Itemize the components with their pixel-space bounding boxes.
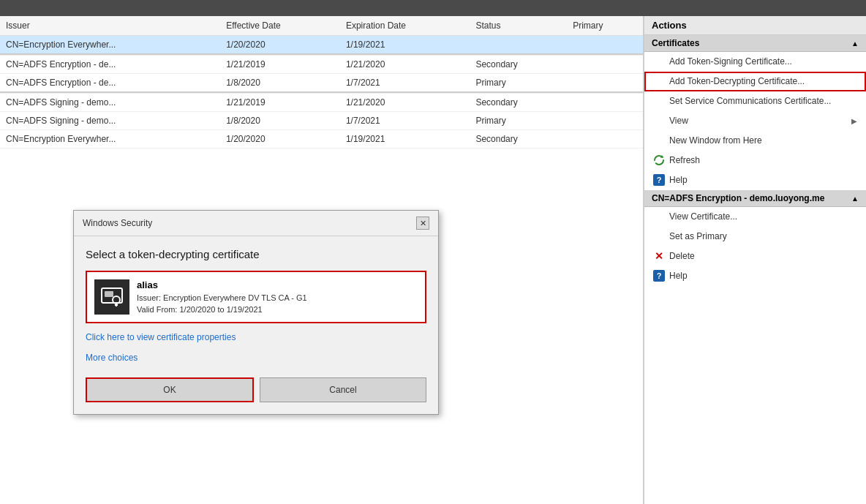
- col-primary: Primary: [567, 16, 643, 36]
- actions-list-0: Add Token-Signing Certificate...Add Toke…: [644, 52, 866, 190]
- table-row[interactable]: CN=ADFS Signing - demo...1/8/20201/7/202…: [0, 112, 643, 130]
- windows-security-dialog: Windows Security ✕ Select a token-decryp…: [73, 210, 439, 415]
- col-status: Status: [470, 16, 567, 36]
- actions-section-title-1: CN=ADFS Encryption - demo.luoyong.me: [652, 193, 824, 203]
- actions-header: Actions: [644, 16, 866, 35]
- actions-section-header-0[interactable]: Certificates▲: [644, 35, 866, 52]
- ok-button[interactable]: OK: [86, 377, 254, 402]
- cell-effectiveDate: 1/8/2020: [220, 74, 340, 93]
- cell-issuer: CN=ADFS Encryption - de...: [0, 74, 220, 93]
- cell-expirationDate: 1/19/2021: [340, 36, 470, 55]
- cell-effectiveDate: 1/20/2020: [220, 130, 340, 148]
- svg-point-2: [113, 296, 120, 304]
- collapse-icon-1: ▲: [851, 195, 859, 203]
- cell-primary: [567, 112, 643, 130]
- actions-sections: Certificates▲Add Token-Signing Certifica…: [644, 35, 866, 286]
- no-icon-0: [653, 56, 665, 67]
- action-item-0-2[interactable]: Set Service Communications Certificate..…: [644, 91, 866, 111]
- cell-primary: [567, 74, 643, 93]
- cell-effectiveDate: 1/20/2020: [220, 36, 340, 55]
- no-icon-1: [653, 230, 665, 242]
- action-label-1-1: Set as Primary: [669, 231, 857, 241]
- action-label-0-4: New Window from Here: [669, 135, 857, 146]
- actions-section-header-1[interactable]: CN=ADFS Encryption - demo.luoyong.me▲: [644, 190, 866, 207]
- cancel-button[interactable]: Cancel: [260, 377, 426, 402]
- dialog-title: Windows Security: [83, 218, 152, 228]
- cell-status: Secondary: [470, 94, 567, 112]
- action-label-0-1: Add Token-Decrypting Certificate...: [669, 76, 857, 86]
- cell-issuer: CN=ADFS Signing - demo...: [0, 112, 220, 130]
- cert-alias: alias: [137, 279, 418, 290]
- cell-expirationDate: 1/21/2020: [340, 56, 470, 74]
- cell-issuer: CN=ADFS Encryption - de...: [0, 56, 220, 74]
- cell-status: Secondary: [470, 130, 567, 148]
- cert-card-icon: [94, 279, 129, 315]
- cell-issuer: CN=ADFS Signing - demo...: [0, 94, 220, 112]
- cert-issuer: Issuer: Encryption Everywhere DV TLS CA …: [137, 293, 418, 302]
- dialog-buttons: OK Cancel: [86, 372, 426, 408]
- cell-status: Primary: [470, 74, 567, 93]
- cell-status: Primary: [470, 112, 567, 130]
- col-expiration-date: Expiration Date: [340, 16, 470, 36]
- action-item-1-2[interactable]: ✕Delete: [644, 247, 866, 266]
- refresh-icon: [653, 154, 665, 166]
- table-header-row: Issuer Effective Date Expiration Date St…: [0, 16, 643, 36]
- delete-icon: ✕: [653, 250, 665, 262]
- action-item-1-1[interactable]: Set as Primary: [644, 227, 866, 247]
- collapse-icon-0: ▲: [851, 40, 859, 48]
- action-item-1-0[interactable]: View Certificate...: [644, 207, 866, 227]
- action-label-0-6: Help: [669, 175, 857, 185]
- action-label-1-2: Delete: [669, 251, 857, 261]
- table-row[interactable]: CN=ADFS Signing - demo...1/21/20191/21/2…: [0, 94, 643, 112]
- action-label-0-3: View: [669, 116, 847, 126]
- table-row[interactable]: CN=ADFS Encryption - de...1/21/20191/21/…: [0, 56, 643, 74]
- no-icon-4: [653, 135, 665, 146]
- no-icon-3: [653, 115, 665, 127]
- no-icon-0: [653, 211, 665, 222]
- action-label-0-2: Set Service Communications Certificate..…: [669, 96, 857, 106]
- no-icon-2: [653, 95, 665, 107]
- actions-panel: Actions Certificates▲Add Token-Signing C…: [644, 16, 866, 504]
- cell-effectiveDate: 1/21/2019: [220, 94, 340, 112]
- view-cert-properties-link[interactable]: Click here to view certificate propertie…: [86, 332, 426, 342]
- svg-rect-1: [105, 291, 113, 297]
- cert-valid: Valid From: 1/20/2020 to 1/19/2021: [137, 305, 418, 314]
- table-row[interactable]: CN=Encryption Everywher...1/20/20201/19/…: [0, 130, 643, 148]
- cell-expirationDate: 1/19/2021: [340, 130, 470, 148]
- cert-card[interactable]: alias Issuer: Encryption Everywhere DV T…: [86, 271, 426, 323]
- dialog-close-button[interactable]: ✕: [416, 217, 429, 230]
- cell-primary: [567, 36, 643, 55]
- title-bar: [0, 0, 866, 16]
- action-item-0-3[interactable]: View▶: [644, 111, 866, 131]
- cell-status: Secondary: [470, 56, 567, 74]
- action-item-1-3[interactable]: ?Help: [644, 266, 866, 286]
- col-effective-date: Effective Date: [220, 16, 340, 36]
- cell-effectiveDate: 1/21/2019: [220, 56, 340, 74]
- left-panel: Issuer Effective Date Expiration Date St…: [0, 16, 644, 504]
- action-item-0-0[interactable]: Add Token-Signing Certificate...: [644, 52, 866, 72]
- action-item-0-5[interactable]: Refresh: [644, 151, 866, 170]
- more-choices-link[interactable]: More choices: [86, 353, 426, 363]
- action-item-0-1[interactable]: Add Token-Decrypting Certificate...: [644, 72, 866, 91]
- action-label-0-0: Add Token-Signing Certificate...: [669, 56, 857, 67]
- action-label-1-0: View Certificate...: [669, 211, 857, 222]
- action-item-0-6[interactable]: ?Help: [644, 170, 866, 190]
- cell-expirationDate: 1/21/2020: [340, 94, 470, 112]
- table-row[interactable]: CN=Encryption Everywher...1/20/20201/19/…: [0, 36, 643, 55]
- dialog-heading: Select a token-decrypting certificate: [86, 248, 426, 260]
- action-item-0-4[interactable]: New Window from Here: [644, 131, 866, 151]
- table-row[interactable]: CN=ADFS Encryption - de...1/8/20201/7/20…: [0, 74, 643, 93]
- action-label-0-5: Refresh: [669, 155, 857, 165]
- action-label-1-3: Help: [669, 271, 857, 281]
- no-icon-1: [653, 75, 665, 87]
- cell-primary: [567, 94, 643, 112]
- cell-issuer: CN=Encryption Everywher...: [0, 130, 220, 148]
- cell-expirationDate: 1/7/2021: [340, 112, 470, 130]
- certificates-table: Issuer Effective Date Expiration Date St…: [0, 16, 643, 148]
- submenu-arrow-icon: ▶: [851, 117, 857, 125]
- cell-issuer: CN=Encryption Everywher...: [0, 36, 220, 55]
- col-issuer: Issuer: [0, 16, 220, 36]
- help-icon: ?: [653, 174, 665, 186]
- cell-status: [470, 36, 567, 55]
- actions-section-title-0: Certificates: [652, 38, 699, 48]
